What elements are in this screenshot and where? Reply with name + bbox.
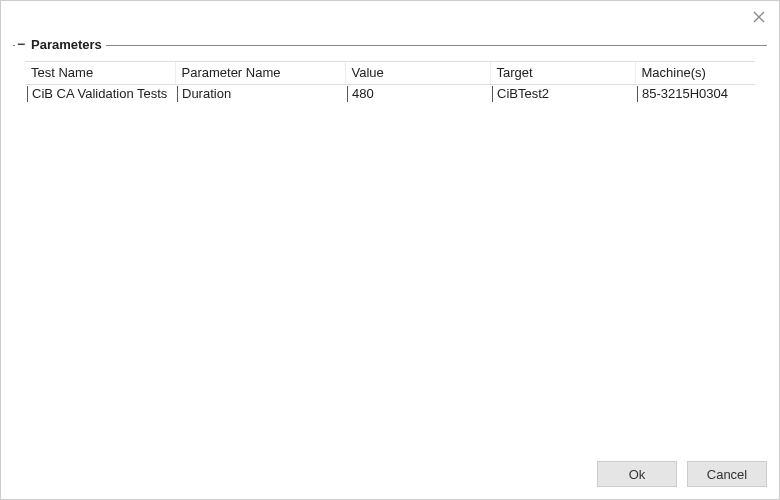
column-header-target[interactable]: Target (490, 62, 635, 84)
groupbox-collapse-toggle[interactable]: − (15, 38, 27, 52)
parameters-dialog: − Parameters Test Name Parameter Name Va… (0, 0, 780, 500)
column-header-test-name[interactable]: Test Name (25, 62, 175, 84)
column-header-machines[interactable]: Machine(s) (635, 62, 755, 84)
cell-value: 480 (347, 86, 486, 102)
groupbox-header: − Parameters (15, 37, 106, 52)
cell-test-name: CiB CA Validation Tests (27, 86, 171, 102)
parameters-table-wrap: Test Name Parameter Name Value Target Ma… (25, 61, 755, 104)
cell-target: CiBTest2 (492, 86, 631, 102)
table-row[interactable]: CiB CA Validation Tests Duration 480 CiB… (25, 84, 755, 104)
cancel-button[interactable]: Cancel (687, 461, 767, 487)
dialog-button-row: Ok Cancel (1, 451, 779, 499)
parameters-table: Test Name Parameter Name Value Target Ma… (25, 62, 755, 104)
groupbox-title: Parameters (31, 37, 102, 52)
cell-parameter-name: Duration (177, 86, 341, 102)
minus-icon: − (17, 37, 25, 51)
groupbox-divider (13, 45, 767, 46)
column-header-value[interactable]: Value (345, 62, 490, 84)
ok-button[interactable]: Ok (597, 461, 677, 487)
parameters-groupbox: − Parameters Test Name Parameter Name Va… (13, 37, 767, 439)
column-header-parameter-name[interactable]: Parameter Name (175, 62, 345, 84)
close-button[interactable] (747, 5, 771, 29)
table-header-row: Test Name Parameter Name Value Target Ma… (25, 62, 755, 84)
close-icon (753, 11, 765, 23)
cell-machines: 85-3215H0304 (637, 86, 751, 102)
